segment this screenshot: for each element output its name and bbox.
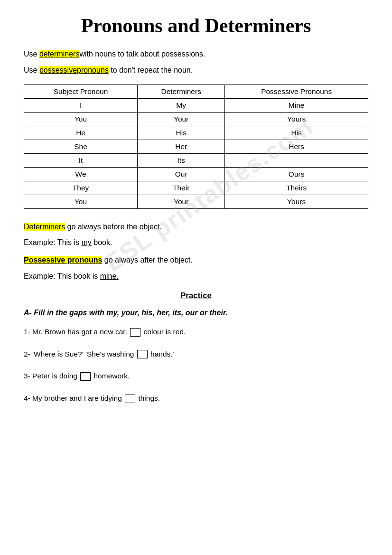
table-cell: He <box>24 126 138 140</box>
intro-line-2: Use possessivepronouns to don't repeat t… <box>24 65 368 76</box>
practice-instruction: A- Fill in the gaps with my, your, his, … <box>24 307 368 319</box>
table-cell: Our <box>138 168 225 181</box>
table-cell: She <box>24 140 138 154</box>
q1-number: 1- <box>24 328 32 336</box>
determiners-highlight: determiners <box>39 50 79 58</box>
table-row: SheHerHers <box>24 140 368 154</box>
poss-example-key: mine. <box>100 272 119 280</box>
possessive-example-line: Example: This book is mine. <box>24 270 368 282</box>
table-cell: Her <box>138 140 225 154</box>
table-cell: Theirs <box>225 181 368 195</box>
table-cell: Yours <box>225 113 368 126</box>
question-4: 4- My brother and I are tidying things. <box>24 393 368 404</box>
det-example-post: book. <box>92 238 112 246</box>
col-header-possessive: Possessive Pronouns <box>225 85 368 99</box>
q3-blank[interactable] <box>80 372 91 381</box>
q1-pre: Mr. Brown has got a new car. <box>32 328 129 336</box>
pronoun-table: Subject Pronoun Determiners Possessive P… <box>24 85 368 209</box>
intro-line-1: Use determinerswith nouns to talk about … <box>24 48 368 60</box>
table-cell: His <box>138 126 225 140</box>
page-title: Pronouns and Determiners <box>24 14 368 37</box>
det-example-pre: Example: This is <box>24 238 82 246</box>
q3-number: 3- Peter is doing <box>24 372 79 380</box>
col-header-determiners: Determiners <box>138 85 225 99</box>
question-1: 1- Mr. Brown has got a new car. colour i… <box>24 326 368 338</box>
table-cell: His <box>225 126 368 140</box>
pronoun-table-section: Subject Pronoun Determiners Possessive P… <box>24 85 368 209</box>
instruction-label: A- Fill in the gaps with my, your, his, … <box>24 309 228 317</box>
table-row: ItIts_ <box>24 154 368 168</box>
table-cell: Your <box>138 113 225 126</box>
table-cell: Yours <box>225 195 368 209</box>
table-cell: Its <box>138 154 225 168</box>
practice-title: Practice <box>24 291 368 301</box>
determiners-rule-label: Determiners <box>24 223 65 231</box>
table-cell: _ <box>225 154 368 168</box>
q1-blank[interactable] <box>130 328 140 337</box>
table-cell: Your <box>138 195 225 209</box>
question-3: 3- Peter is doing homework. <box>24 370 368 382</box>
table-cell: I <box>24 99 138 113</box>
q4-blank[interactable] <box>125 395 135 403</box>
table-row: IMyMine <box>24 99 368 113</box>
table-cell: They <box>24 181 138 195</box>
practice-section: Practice A- Fill in the gaps with my, yo… <box>24 291 368 404</box>
table-row: TheyTheirTheirs <box>24 181 368 195</box>
q2-number: 2- <box>24 350 32 358</box>
intro-pre-2: Use <box>24 66 39 74</box>
determiner-example-line: Example: This is my book. <box>24 236 368 249</box>
table-cell: Their <box>138 181 225 195</box>
determiner-rule-text: go always before the object. <box>65 223 162 231</box>
table-row: HeHisHis <box>24 126 368 140</box>
table-header-row: Subject Pronoun Determiners Possessive P… <box>24 85 368 99</box>
possessive-highlight: possessivepronouns <box>39 66 109 74</box>
table-cell: My <box>138 99 225 113</box>
q4-number: 4- My brother and I are tidying <box>24 394 124 402</box>
table-cell: Ours <box>225 168 368 181</box>
table-row: YouYourYours <box>24 113 368 126</box>
rules-section: Determiners go always before the object.… <box>24 220 368 282</box>
determiner-rule-line: Determiners go always before the object. <box>24 220 368 233</box>
det-example-key: my <box>82 238 92 246</box>
intro-pre-1: Use <box>24 50 39 58</box>
q2-blank[interactable] <box>137 350 148 358</box>
q4-post: things. <box>136 394 160 402</box>
q2-post: hands.' <box>149 350 174 358</box>
table-cell: Mine <box>225 99 368 113</box>
intro-post-1: with nouns to talk about possessions. <box>79 50 205 58</box>
table-cell: We <box>24 168 138 181</box>
col-header-subject: Subject Pronoun <box>24 85 138 99</box>
table-row: WeOurOurs <box>24 168 368 181</box>
table-cell: You <box>24 113 138 126</box>
possessive-rule-label: Possessive pronouns <box>24 256 102 264</box>
q3-post: homework. <box>92 372 130 380</box>
table-row: YouYourYours <box>24 195 368 209</box>
possessive-rule-text: go always after the object. <box>102 256 192 264</box>
q1-post: colour is red. <box>141 328 186 336</box>
table-cell: You <box>24 195 138 209</box>
intro-post-2: to don't repeat the noun. <box>109 66 193 74</box>
question-2: 2- 'Where is Sue?' 'She's washing hands.… <box>24 348 368 360</box>
table-cell: It <box>24 154 138 168</box>
poss-example-pre: Example: This book is <box>24 272 100 280</box>
q2-pre: 'Where is Sue?' 'She's washing <box>32 350 136 358</box>
possessive-rule-line: Possessive pronouns go always after the … <box>24 254 368 266</box>
table-cell: Hers <box>225 140 368 154</box>
